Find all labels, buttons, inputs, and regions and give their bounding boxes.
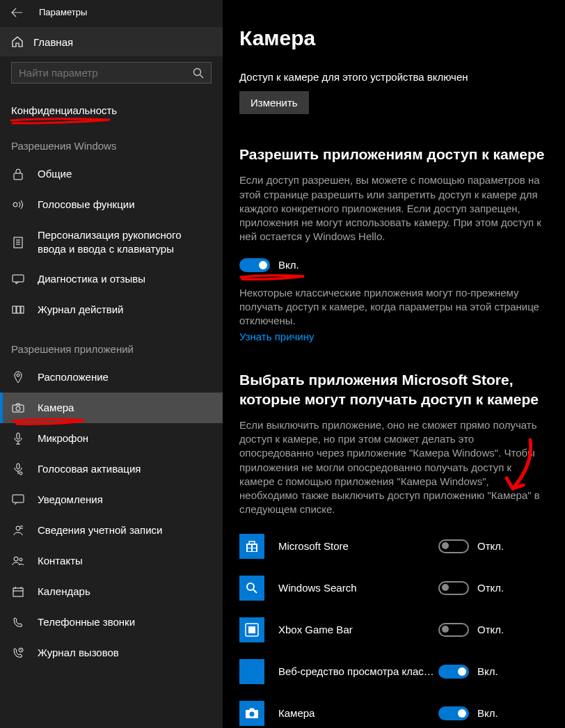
svg-point-14 (16, 406, 20, 411)
back-button[interactable] (11, 8, 22, 17)
sidebar-item-activity-history[interactable]: Журнал действий (0, 294, 223, 325)
app-toggle[interactable] (438, 581, 469, 595)
change-button[interactable]: Изменить (239, 91, 309, 114)
svg-rect-37 (248, 626, 255, 633)
voice-activation-icon (11, 462, 25, 476)
svg-rect-2 (14, 173, 22, 180)
home-button[interactable]: Главная (0, 27, 223, 56)
app-toggle[interactable] (438, 665, 469, 679)
page-title: Камера (239, 26, 548, 50)
section-allow-apps-desc: Если доступ разрешен, вы можете с помощь… (239, 173, 548, 244)
svg-line-35 (253, 589, 257, 593)
group-windows-permissions: Разрешения Windows (0, 122, 223, 159)
access-status-text: Доступ к камере для этого устройства вкл… (239, 71, 548, 83)
app-toggle-wrap: Вкл. (438, 706, 515, 720)
classic-apps-note: Некоторые классические приложения могут … (239, 286, 548, 329)
privacy-heading: Конфиденциальность (0, 92, 223, 122)
speech-icon (11, 198, 25, 212)
search-container (0, 56, 223, 92)
svg-rect-11 (21, 306, 24, 313)
app-toggle[interactable] (438, 623, 469, 637)
account-icon (11, 523, 25, 537)
app-name: Камера (278, 707, 438, 719)
app-icon (239, 659, 264, 684)
feedback-icon (11, 272, 25, 286)
sidebar-item-inking[interactable]: Персонализация рукописного ввода и ввода… (0, 220, 223, 264)
svg-rect-8 (13, 275, 24, 282)
svg-rect-18 (13, 495, 24, 503)
sidebar: Параметры Главная Конфиденциальность Раз… (0, 0, 223, 728)
sidebar-item-general[interactable]: Общие (0, 159, 223, 189)
svg-rect-31 (253, 545, 256, 548)
svg-rect-24 (13, 588, 23, 596)
app-toggle-label: Откл. (477, 540, 504, 552)
history-icon (11, 303, 25, 317)
app-row: Камера Вкл. (239, 701, 548, 726)
app-toggle-label: Вкл. (477, 707, 498, 719)
allow-apps-toggle[interactable] (239, 258, 270, 272)
contacts-icon (11, 554, 25, 568)
annotation-underline-camera (11, 418, 86, 427)
app-toggle-label: Откл. (477, 624, 504, 635)
sidebar-item-notifications[interactable]: Уведомления (0, 484, 223, 515)
svg-rect-33 (253, 548, 256, 551)
app-name: Windows Search (278, 582, 438, 594)
sidebar-item-phone-calls[interactable]: Телефонные звонки (0, 607, 223, 638)
app-toggle[interactable] (438, 706, 469, 720)
app-name: Xbox Game Bar (278, 624, 438, 635)
app-name: Microsoft Store (278, 540, 438, 552)
app-toggle-wrap: Откл. (438, 623, 515, 637)
section-allow-apps-title: Разрешить приложениям доступ к камере (239, 145, 548, 164)
search-input[interactable] (19, 67, 193, 79)
app-toggle-label: Откл. (477, 582, 504, 594)
svg-rect-9 (13, 306, 16, 313)
learn-more-link[interactable]: Узнать причину (239, 331, 315, 342)
app-row: Веб-средство просмотра классиче... Вкл. (239, 659, 548, 684)
app-icon (239, 701, 264, 726)
svg-point-12 (17, 374, 19, 377)
app-toggle-wrap: Откл. (438, 539, 515, 553)
svg-rect-32 (248, 548, 251, 551)
main-toggle-row: Вкл. (239, 258, 548, 272)
main-content: Камера Доступ к камере для этого устройс… (223, 0, 565, 728)
svg-point-22 (14, 557, 18, 561)
sidebar-item-speech[interactable]: Голосовые функции (0, 189, 223, 220)
app-row: Microsoft Store Откл. (239, 534, 548, 559)
svg-point-3 (13, 203, 17, 207)
svg-point-19 (16, 526, 20, 530)
home-icon (11, 35, 24, 48)
svg-point-34 (247, 583, 254, 590)
header: Параметры (0, 0, 223, 27)
sidebar-item-contacts[interactable]: Контакты (0, 546, 223, 576)
phone-icon (11, 615, 25, 629)
sidebar-item-calendar[interactable]: Календарь (0, 576, 223, 607)
sidebar-item-microphone[interactable]: Микрофон (0, 423, 223, 454)
svg-rect-10 (17, 306, 20, 313)
group-app-permissions: Разрешения приложений (0, 325, 223, 362)
search-box[interactable] (11, 62, 212, 84)
app-toggle-wrap: Откл. (438, 581, 515, 595)
sidebar-item-account-info[interactable]: Сведения учетной записи (0, 515, 223, 546)
home-label: Главная (33, 36, 73, 48)
app-icon (239, 617, 264, 642)
app-toggle-wrap: Вкл. (438, 665, 515, 679)
app-icon (239, 534, 264, 559)
svg-point-0 (194, 68, 201, 75)
svg-point-17 (19, 472, 22, 475)
allow-apps-toggle-label: Вкл. (278, 259, 299, 271)
sidebar-item-call-history[interactable]: Журнал вызовов (0, 638, 223, 668)
app-row: Xbox Game Bar Откл. (239, 617, 548, 642)
svg-rect-15 (17, 433, 19, 439)
section-choose-apps-desc: Если выключить приложение, оно не сможет… (239, 418, 548, 517)
sidebar-item-voice-activation[interactable]: Голосовая активация (0, 454, 223, 484)
sidebar-item-diagnostics[interactable]: Диагностика и отзывы (0, 264, 223, 294)
app-toggle[interactable] (438, 539, 469, 553)
calendar-icon (11, 585, 25, 599)
annotation-underline (10, 118, 111, 125)
svg-line-1 (200, 74, 204, 78)
window-title: Параметры (39, 7, 87, 17)
apps-list: Microsoft Store Откл. Windows Search Отк… (239, 534, 548, 728)
notifications-icon (11, 493, 25, 507)
svg-point-39 (250, 711, 255, 716)
sidebar-item-location[interactable]: Расположение (0, 362, 223, 393)
